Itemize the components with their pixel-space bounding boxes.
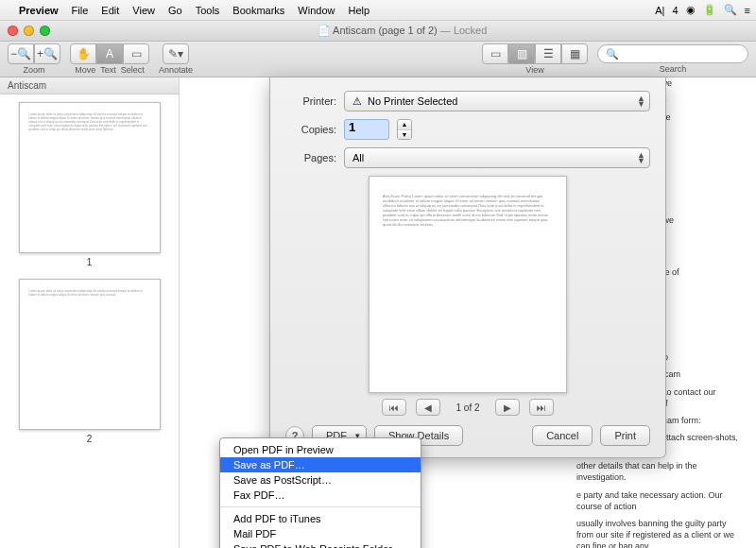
pages-select[interactable]: All ▲▼	[344, 147, 650, 168]
thumbnail-page-1[interactable]: Lorem ipsum dolor sit amet consectetur a…	[19, 102, 161, 267]
next-page-button[interactable]: ▶	[495, 399, 520, 416]
annotate-label: Annotate	[159, 65, 193, 75]
zoom-in-button[interactable]: +🔍	[34, 43, 60, 64]
close-window-button[interactable]	[8, 26, 18, 36]
thumbnail-page-2[interactable]: Lorem ipsum dolor sit amet consectetur a…	[19, 279, 161, 444]
copies-stepper[interactable]: ▲ ▼	[397, 119, 412, 140]
spotlight-icon[interactable]: 🔍	[724, 4, 737, 16]
stepper-up-icon[interactable]: ▲	[398, 120, 411, 130]
chevron-updown-icon: ▲▼	[637, 95, 645, 107]
select-tool-button[interactable]: ▭	[123, 43, 149, 64]
view-toc-button[interactable]: ☰	[535, 43, 561, 64]
spotify-tray-icon[interactable]: ◉	[686, 4, 696, 16]
zoom-window-button[interactable]	[40, 26, 50, 36]
warning-icon: ⚠	[352, 95, 362, 108]
locked-indicator[interactable]: — Locked	[440, 25, 488, 36]
menubar: Preview File Edit View Go Tools Bookmark…	[0, 0, 756, 21]
pages-value: All	[352, 152, 364, 163]
last-page-button[interactable]: ⏭	[529, 399, 554, 416]
minimize-window-button[interactable]	[24, 26, 34, 36]
menu-window[interactable]: Window	[298, 5, 335, 16]
pdf-menu-mail-pdf[interactable]: Mail PDF	[220, 526, 421, 541]
window-titlebar: 📄 Antiscam (page 1 of 2) — Locked	[0, 21, 756, 42]
menubar-tray: A| 4 ◉ 🔋 🔍 ≡	[655, 4, 750, 16]
copies-field[interactable]	[344, 119, 389, 140]
tool-mode-group: ✋ A ▭ Move Text Select	[70, 43, 149, 75]
menu-separator	[220, 506, 421, 507]
annotate-group: ✎▾ Annotate	[159, 43, 193, 75]
sidebar-header: Antiscam	[0, 77, 179, 94]
stepper-down-icon[interactable]: ▼	[398, 130, 411, 140]
copies-input[interactable]	[349, 120, 385, 134]
window-title: 📄 Antiscam (page 1 of 2) — Locked	[56, 25, 748, 37]
printer-select[interactable]: ⚠ No Printer Selected ▲▼	[344, 91, 650, 111]
menu-view[interactable]: View	[132, 5, 155, 16]
toolbar: −🔍 +🔍 Zoom ✋ A ▭ Move Text Select ✎▾ Ann…	[0, 42, 756, 77]
thumbnail-number: 1	[87, 257, 93, 267]
thumbnail-image: Lorem ipsum dolor sit amet consectetur a…	[19, 102, 161, 253]
page-indicator: 1 of 2	[455, 402, 479, 413]
text-tool-button[interactable]: A	[96, 43, 123, 64]
zoom-group: −🔍 +🔍 Zoom	[8, 43, 60, 75]
pdf-menu-add-to-itunes[interactable]: Add PDF to iTunes	[220, 511, 421, 526]
pdf-menu-save-as-pdf[interactable]: Save as PDF…	[220, 457, 421, 472]
thumbnail-image: Lorem ipsum dolor sit amet consectetur a…	[19, 279, 161, 430]
print-dialog: Printer: ⚠ No Printer Selected ▲▼ Copies…	[269, 77, 666, 458]
zoom-out-button[interactable]: −🔍	[8, 43, 34, 64]
move-tool-button[interactable]: ✋	[70, 43, 96, 64]
tool-mode-labels: Move Text Select	[75, 65, 144, 75]
app-menu[interactable]: Preview	[19, 5, 59, 16]
menu-tools[interactable]: Tools	[196, 5, 220, 16]
cancel-button[interactable]: Cancel	[532, 425, 593, 446]
view-mode-group: ▭ ▥ ☰ ▦ View	[482, 43, 588, 75]
tray-badge: 4	[672, 5, 678, 16]
preview-nav: ⏮ ◀ 1 of 2 ▶ ⏭	[285, 399, 650, 416]
printer-label: Printer:	[285, 95, 336, 107]
view-content-only-button[interactable]: ▭	[482, 43, 508, 64]
search-field[interactable]: 🔍	[597, 44, 748, 63]
copies-label: Copies:	[285, 124, 336, 135]
thumbnails-sidebar: Antiscam Lorem ipsum dolor sit amet cons…	[0, 77, 180, 548]
chevron-updown-icon: ▲▼	[637, 152, 645, 163]
battery-tray-icon[interactable]: 🔋	[703, 4, 716, 16]
pages-label: Pages:	[285, 152, 336, 163]
menu-extra-icon[interactable]: ≡	[745, 5, 750, 16]
pdf-menu-open-in-preview[interactable]: Open PDF in Preview	[220, 442, 421, 457]
pdf-menu: Open PDF in Preview Save as PDF… Save as…	[219, 437, 421, 548]
menu-edit[interactable]: Edit	[101, 5, 119, 16]
first-page-button[interactable]: ⏮	[382, 399, 406, 416]
pdf-menu-web-receipts[interactable]: Save PDF to Web Receipts Folder	[220, 541, 421, 548]
view-contact-sheet-button[interactable]: ▦	[561, 43, 588, 64]
print-button[interactable]: Print	[600, 425, 650, 446]
pdf-menu-save-as-postscript[interactable]: Save as PostScript…	[220, 472, 421, 488]
printer-value: No Printer Selected	[368, 95, 457, 107]
zoom-label: Zoom	[23, 65, 44, 75]
menu-file[interactable]: File	[72, 5, 89, 16]
menu-help[interactable]: Help	[348, 5, 369, 16]
search-group: 🔍 Search	[597, 44, 748, 74]
prev-page-button[interactable]: ◀	[416, 399, 440, 416]
menu-go[interactable]: Go	[168, 5, 182, 16]
search-icon: 🔍	[606, 48, 619, 60]
search-label: Search	[660, 64, 687, 74]
menu-bookmarks[interactable]: Bookmarks	[232, 5, 284, 16]
print-preview-page: Anti-Scam Policy Lorem ipsum dolor sit a…	[369, 176, 567, 393]
annotate-button[interactable]: ✎▾	[163, 43, 189, 64]
thumbnail-number: 2	[87, 434, 93, 444]
document-proxy-icon[interactable]: 📄	[318, 25, 331, 36]
adobe-tray-icon[interactable]: A|	[655, 5, 664, 16]
view-thumbnails-button[interactable]: ▥	[508, 43, 535, 64]
search-input[interactable]	[623, 48, 740, 60]
view-label: View	[525, 65, 543, 75]
pdf-menu-fax-pdf[interactable]: Fax PDF…	[220, 488, 421, 503]
